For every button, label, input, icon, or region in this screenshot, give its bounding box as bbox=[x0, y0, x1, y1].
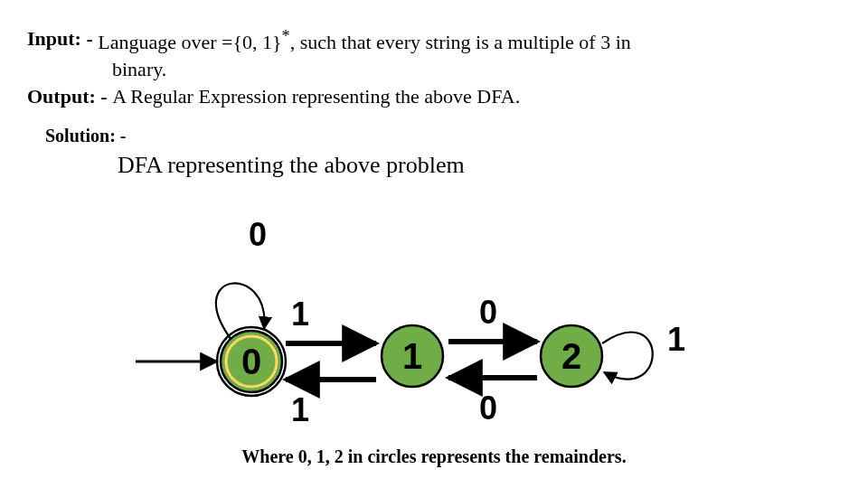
output-text: A Regular Expression representing the ab… bbox=[112, 83, 520, 110]
input-text: Language over ={0, 1}*, such that every … bbox=[98, 25, 631, 56]
edge-q2-q1-label: 0 bbox=[479, 389, 497, 427]
state-q2 bbox=[541, 325, 602, 387]
input-label: Input: - bbox=[27, 25, 98, 56]
solution-label: Solution: - bbox=[0, 109, 868, 146]
state-q0 bbox=[221, 331, 282, 392]
edge-q1-q2-label: 0 bbox=[479, 294, 497, 331]
loop-q2-label: 1 bbox=[667, 321, 685, 358]
footer-note: Where 0, 1, 2 in circles represents the … bbox=[0, 446, 868, 467]
dfa-subtitle: DFA representing the above problem bbox=[0, 146, 868, 179]
loop-q0 bbox=[216, 283, 265, 340]
input-text-line2: binary. bbox=[112, 56, 166, 83]
svg-point-0 bbox=[226, 336, 277, 387]
state-q1-label: 1 bbox=[402, 336, 422, 376]
edge-q0-q1-label: 1 bbox=[291, 296, 309, 333]
edge-q1-q0-label: 1 bbox=[291, 391, 309, 428]
state-q0-outer bbox=[217, 327, 286, 396]
loop-q0-label: 0 bbox=[249, 216, 267, 253]
state-q0-label: 0 bbox=[241, 342, 261, 381]
output-label: Output: - bbox=[27, 83, 112, 110]
state-q2-label: 2 bbox=[561, 336, 581, 376]
loop-q2 bbox=[602, 333, 653, 380]
state-q1 bbox=[382, 325, 443, 387]
